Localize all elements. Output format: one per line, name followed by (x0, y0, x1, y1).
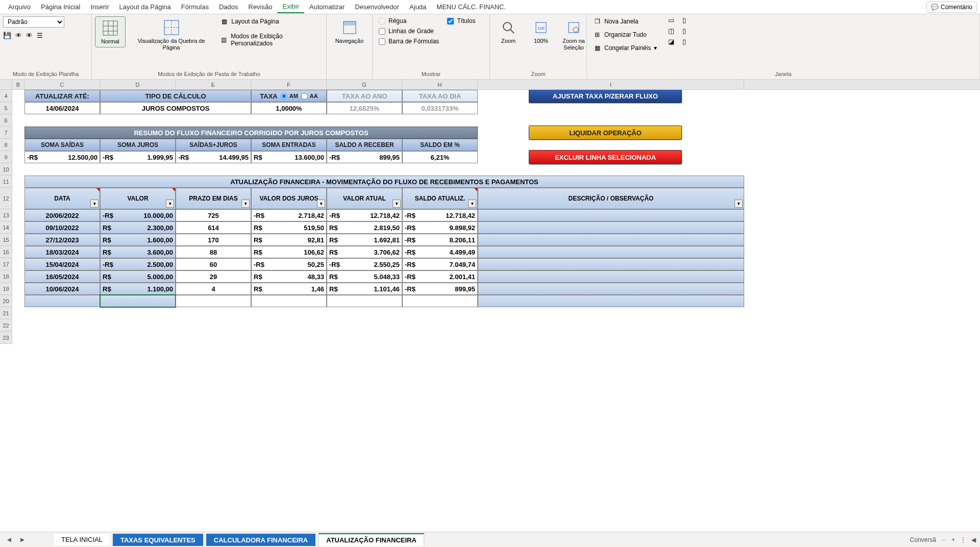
menu-dados[interactable]: Dados (214, 1, 243, 13)
filter-dropdown-2[interactable]: ▾ (241, 200, 250, 208)
gridlines-checkbox[interactable]: Linhas de Grade (376, 27, 442, 36)
view-mode-select[interactable]: Padrão (3, 16, 64, 28)
tab-nav-prev[interactable]: ◄ (4, 535, 14, 545)
menu-layout[interactable]: Layout da Página (114, 1, 176, 13)
row-header-5[interactable]: 5 (0, 102, 12, 114)
fluxo-valor-3[interactable]: R$3.600,00 (100, 246, 176, 258)
row-header-18[interactable]: 18 (0, 270, 12, 283)
tab-overflow[interactable]: ··· (941, 536, 946, 543)
menu-desenvolvedor[interactable]: Desenvolvedor (350, 1, 404, 13)
col-header-i[interactable]: I (478, 80, 744, 89)
save-icon[interactable]: 💾 (3, 32, 11, 39)
fluxo-desc-6[interactable] (478, 283, 744, 295)
fluxo-data-3[interactable]: 18/03/2024 (24, 246, 100, 258)
comments-button[interactable]: 💬 Comentário (926, 2, 977, 13)
fluxo-header-1[interactable]: VALOR▾ (100, 188, 176, 209)
tab-nav-left[interactable]: ◀ (971, 536, 976, 543)
row-header-16[interactable]: 16 (0, 246, 12, 258)
filter-dropdown-5[interactable]: ▾ (468, 200, 476, 208)
row-header-15[interactable]: 15 (0, 234, 12, 246)
eye-icon[interactable]: 👁 (15, 32, 22, 39)
sheet-tab-inicial[interactable]: TELA INICIAL (54, 534, 110, 545)
fluxo-valor-4[interactable]: -R$2.500,00 (100, 258, 176, 270)
empty-saldo-cell[interactable] (402, 295, 478, 307)
row-header-7[interactable]: 7 (0, 127, 12, 139)
row-header-17[interactable]: 17 (0, 258, 12, 270)
row-header-13[interactable]: 13 (0, 209, 12, 221)
ruler-checkbox[interactable]: Régua (376, 16, 442, 26)
menu-pagina-inicial[interactable]: Página Inicial (36, 1, 85, 13)
zoom-100-button[interactable]: 100 100% (526, 16, 556, 46)
col-header-h[interactable]: H (402, 80, 478, 89)
navigation-button[interactable]: Navegação (332, 16, 367, 46)
menu-ajuda[interactable]: Ajuda (404, 1, 431, 13)
row-header-12[interactable]: 12 (0, 188, 12, 209)
excluir-button[interactable]: EXCLUIR LINHA SELECIONADA (529, 150, 682, 164)
win-icon-3[interactable]: ▯ (682, 38, 686, 45)
list-icon[interactable]: ☰ (37, 32, 43, 39)
fluxo-data-2[interactable]: 27/12/2023 (24, 234, 100, 246)
taxa-aa-radio[interactable] (301, 93, 308, 100)
zoom-selection-button[interactable]: Zoom na Seleção (558, 16, 589, 53)
row-header-22[interactable]: 22 (0, 319, 12, 332)
menu-exibir[interactable]: Exibir (277, 1, 304, 13)
win-icon-1[interactable]: ▯ (682, 16, 686, 24)
split-icon[interactable]: ▭ (668, 16, 674, 24)
fluxo-desc-5[interactable] (478, 270, 744, 283)
fluxo-header-4[interactable]: VALOR ATUAL▾ (327, 188, 402, 209)
empty-desc-cell[interactable] (478, 295, 744, 307)
col-header-c[interactable]: C (24, 80, 100, 89)
tipo-calculo-value[interactable]: JUROS COMPOSTOS (100, 102, 251, 114)
row-header-11[interactable]: 11 (0, 176, 12, 188)
sheet-tab-atualizacao[interactable]: ATUALIZAÇÃO FINANCEIRA (318, 533, 424, 546)
filter-dropdown-6[interactable]: ▾ (734, 200, 743, 208)
freeze-panes-button[interactable]: ▦Congelar Painéis▾ (590, 43, 660, 53)
custom-views-button[interactable]: ▥ Modos de Exibição Personalizados (217, 32, 323, 48)
empty-atual-cell[interactable] (327, 295, 402, 307)
fluxo-valor-1[interactable]: R$2.300,00 (100, 221, 176, 234)
page-layout-button[interactable]: ▦ Layout da Página (217, 16, 323, 27)
col-header-b[interactable]: B (12, 80, 24, 89)
row-header-9[interactable]: 9 (0, 151, 12, 163)
empty-data-cell[interactable] (24, 295, 100, 307)
win-icon-2[interactable]: ▯ (682, 27, 686, 35)
fluxo-desc-1[interactable] (478, 221, 744, 234)
taxa-am-radio[interactable] (281, 93, 287, 100)
row-header-14[interactable]: 14 (0, 221, 12, 234)
formula-bar-checkbox[interactable]: Barra de Fórmulas (376, 37, 442, 46)
fluxo-data-4[interactable]: 15/04/2024 (24, 258, 100, 270)
sheet-tab-calc[interactable]: CALCULADORA FINANCEIRA (206, 534, 315, 546)
fluxo-desc-0[interactable] (478, 209, 744, 221)
fluxo-desc-3[interactable] (478, 246, 744, 258)
row-header-4[interactable]: 4 (0, 90, 12, 102)
fluxo-desc-2[interactable] (478, 234, 744, 246)
liquidar-button[interactable]: LIQUIDAR OPERAÇÃO (529, 126, 682, 140)
new-window-button[interactable]: ❐Nova Janela (590, 16, 660, 27)
row-header-10[interactable]: 10 (0, 163, 12, 176)
menu-automatizar[interactable]: Automatizar (304, 1, 350, 13)
filter-dropdown-3[interactable]: ▾ (317, 200, 325, 208)
arrange-all-button[interactable]: ⊞Organizar Tudo (590, 30, 660, 40)
normal-view-button[interactable]: Normal (95, 16, 126, 47)
ajustar-taxa-button[interactable]: AJUSTAR TAXA P/ZERAR FLUXO (529, 89, 682, 103)
fluxo-data-5[interactable]: 16/05/2024 (24, 270, 100, 283)
new-sheet-button[interactable]: + (951, 536, 955, 543)
fluxo-desc-4[interactable] (478, 258, 744, 270)
col-header-d[interactable]: D (100, 80, 176, 89)
fluxo-data-6[interactable]: 10/06/2024 (24, 283, 100, 295)
col-header-e[interactable]: E (176, 80, 251, 89)
page-break-view-button[interactable]: Visualização da Quebra de Página (128, 16, 215, 53)
filter-dropdown-0[interactable]: ▾ (90, 200, 99, 208)
filter-dropdown-4[interactable]: ▾ (393, 200, 401, 208)
hide-icon[interactable]: ◫ (668, 27, 674, 35)
fluxo-data-1[interactable]: 09/10/2022 (24, 221, 100, 234)
active-cell-d20[interactable] (100, 295, 176, 307)
menu-arquivo[interactable]: Arquivo (3, 1, 36, 13)
fluxo-header-5[interactable]: SALDO ATUALIZ.▾ (402, 188, 478, 209)
menu-revisao[interactable]: Revisão (243, 1, 278, 13)
zoom-button[interactable]: Zoom (493, 16, 524, 46)
row-header-19[interactable]: 19 (0, 283, 12, 295)
row-header-20[interactable]: 20 (0, 295, 12, 307)
menu-formulas[interactable]: Fórmulas (176, 1, 214, 13)
fluxo-data-0[interactable]: 20/06/2022 (24, 209, 100, 221)
